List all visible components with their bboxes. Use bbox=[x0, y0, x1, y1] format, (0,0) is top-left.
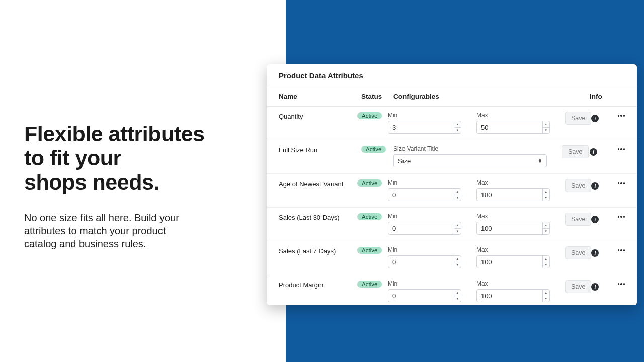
number-field-max-2[interactable] bbox=[477, 189, 542, 201]
number-input-max-2[interactable]: ▲ ▼ bbox=[476, 188, 550, 201]
save-button[interactable]: Save bbox=[565, 246, 592, 259]
attributes-panel: Product Data Attributes Name Status Conf… bbox=[267, 64, 637, 305]
step-up-icon[interactable]: ▲ bbox=[454, 189, 461, 195]
number-input-min-2[interactable]: ▲ ▼ bbox=[388, 188, 461, 201]
table-header: Name Status Configurables Info bbox=[267, 86, 637, 107]
spinner-min-0: ▲ ▼ bbox=[454, 121, 461, 133]
step-down-icon[interactable]: ▼ bbox=[543, 296, 549, 302]
min-label: Min bbox=[388, 179, 461, 186]
more-icon[interactable] bbox=[618, 182, 625, 184]
table-row: Full Size Run Active Size Variant Title … bbox=[267, 140, 637, 174]
step-down-icon[interactable]: ▼ bbox=[543, 195, 549, 201]
step-up-icon[interactable]: ▲ bbox=[454, 290, 461, 296]
step-down-icon[interactable]: ▼ bbox=[454, 296, 461, 302]
step-down-icon[interactable]: ▼ bbox=[454, 195, 461, 201]
step-up-icon[interactable]: ▲ bbox=[454, 256, 461, 262]
number-field-min-5[interactable] bbox=[388, 290, 454, 302]
number-input-max-4[interactable]: ▲ ▼ bbox=[476, 255, 550, 268]
row-name: Full Size Run bbox=[279, 145, 361, 154]
step-up-icon[interactable]: ▲ bbox=[543, 222, 549, 229]
table-row: Product Margin Active Min ▲ ▼ Max ▲ ▼ Sa… bbox=[267, 275, 637, 305]
select-value: Size bbox=[398, 157, 411, 165]
min-label: Min bbox=[388, 280, 461, 287]
step-up-icon[interactable]: ▲ bbox=[454, 121, 461, 128]
min-label: Min bbox=[388, 213, 461, 220]
table-row: Sales (Last 7 Days) Active Min ▲ ▼ Max ▲… bbox=[267, 241, 637, 275]
info-icon[interactable]: i bbox=[591, 115, 599, 122]
number-input-max-5[interactable]: ▲ ▼ bbox=[476, 289, 550, 302]
select-label: Size Variant Title bbox=[393, 145, 547, 152]
headline-line-1: Flexible attributes bbox=[24, 122, 204, 146]
number-field-min-4[interactable] bbox=[388, 256, 454, 268]
step-down-icon[interactable]: ▼ bbox=[454, 262, 461, 268]
number-input-min-5[interactable]: ▲ ▼ bbox=[388, 289, 461, 302]
spinner-min-5: ▲ ▼ bbox=[454, 290, 461, 302]
save-button[interactable]: Save bbox=[562, 145, 589, 158]
info-icon[interactable]: i bbox=[591, 249, 599, 257]
col-header-info: Info bbox=[590, 93, 608, 100]
row-name: Sales (Last 7 Days) bbox=[279, 246, 357, 255]
save-button[interactable]: Save bbox=[565, 213, 592, 226]
max-label: Max bbox=[476, 246, 550, 253]
status-badge: Active bbox=[357, 281, 382, 288]
info-icon[interactable]: i bbox=[590, 148, 597, 156]
step-up-icon[interactable]: ▲ bbox=[543, 290, 549, 296]
number-field-max-3[interactable] bbox=[477, 222, 542, 234]
save-button[interactable]: Save bbox=[565, 280, 592, 293]
step-up-icon[interactable]: ▲ bbox=[454, 222, 461, 229]
max-group: Max ▲ ▼ bbox=[476, 112, 550, 134]
status-badge: Active bbox=[357, 179, 382, 187]
variant-title-select[interactable]: Size ▲▼ bbox=[393, 154, 547, 167]
min-group: Min ▲ ▼ bbox=[388, 213, 461, 235]
spinner-min-4: ▲ ▼ bbox=[454, 256, 461, 268]
step-down-icon[interactable]: ▼ bbox=[454, 229, 461, 235]
save-button[interactable]: Save bbox=[565, 112, 592, 125]
table-row: Age of Newest Variant Active Min ▲ ▼ Max… bbox=[267, 174, 637, 208]
save-button[interactable]: Save bbox=[565, 179, 592, 192]
step-up-icon[interactable]: ▲ bbox=[543, 121, 549, 128]
number-input-max-0[interactable]: ▲ ▼ bbox=[476, 121, 550, 134]
col-header-status: Status bbox=[361, 93, 393, 100]
status-badge: Active bbox=[357, 247, 382, 254]
step-down-icon[interactable]: ▼ bbox=[454, 128, 461, 134]
step-up-icon[interactable]: ▲ bbox=[543, 256, 549, 262]
table-row: Quantity Active Min ▲ ▼ Max ▲ ▼ Save i bbox=[267, 107, 637, 140]
status-badge: Active bbox=[357, 112, 382, 119]
more-icon[interactable] bbox=[618, 249, 625, 251]
info-icon[interactable]: i bbox=[591, 182, 599, 190]
info-icon[interactable]: i bbox=[591, 216, 599, 223]
max-label: Max bbox=[476, 112, 550, 119]
more-icon[interactable] bbox=[618, 148, 625, 150]
more-icon[interactable] bbox=[618, 115, 625, 117]
number-field-min-0[interactable] bbox=[388, 121, 454, 133]
max-group: Max ▲ ▼ bbox=[476, 280, 550, 302]
number-field-max-0[interactable] bbox=[477, 121, 542, 133]
number-input-min-3[interactable]: ▲ ▼ bbox=[388, 222, 461, 235]
select-group: Size Variant Title Size ▲▼ bbox=[393, 145, 547, 167]
step-down-icon[interactable]: ▼ bbox=[543, 229, 549, 235]
number-input-max-3[interactable]: ▲ ▼ bbox=[476, 222, 550, 235]
number-field-min-2[interactable] bbox=[388, 189, 454, 201]
step-up-icon[interactable]: ▲ bbox=[543, 189, 549, 195]
number-field-min-3[interactable] bbox=[388, 222, 454, 234]
more-icon[interactable] bbox=[618, 283, 625, 285]
number-input-min-0[interactable]: ▲ ▼ bbox=[388, 121, 461, 134]
number-field-max-4[interactable] bbox=[477, 256, 542, 268]
number-field-max-5[interactable] bbox=[477, 290, 542, 302]
info-icon[interactable]: i bbox=[591, 283, 599, 291]
more-icon[interactable] bbox=[618, 216, 625, 218]
number-input-min-4[interactable]: ▲ ▼ bbox=[388, 255, 461, 268]
min-group: Min ▲ ▼ bbox=[388, 280, 461, 302]
spinner-min-3: ▲ ▼ bbox=[454, 222, 461, 234]
col-header-name: Name bbox=[279, 93, 361, 100]
step-down-icon[interactable]: ▼ bbox=[543, 128, 549, 134]
marketing-body: No one size fits all here. Build your at… bbox=[24, 211, 195, 250]
max-group: Max ▲ ▼ bbox=[476, 246, 550, 268]
row-name: Age of Newest Variant bbox=[279, 179, 357, 188]
step-down-icon[interactable]: ▼ bbox=[543, 262, 549, 268]
marketing-copy: Flexible attributes to fit your shops ne… bbox=[24, 122, 235, 250]
spinner-max-3: ▲ ▼ bbox=[542, 222, 549, 234]
table-body: Quantity Active Min ▲ ▼ Max ▲ ▼ Save i F… bbox=[267, 107, 637, 305]
max-label: Max bbox=[476, 179, 550, 186]
min-group: Min ▲ ▼ bbox=[388, 179, 461, 201]
